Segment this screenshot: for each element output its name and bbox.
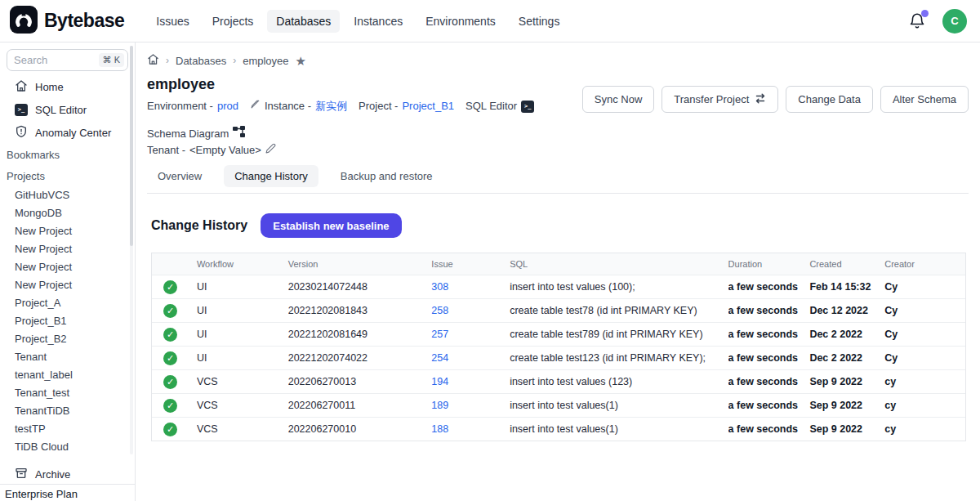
sidebar-section-bookmarks[interactable]: Bookmarks	[0, 144, 135, 165]
schema-diagram-label: Schema Diagram	[147, 126, 229, 142]
tab[interactable]: Overview	[147, 165, 212, 187]
alter-schema-button[interactable]: Alter Schema	[880, 86, 969, 113]
bytebase-logo[interactable]: Bytebase	[10, 6, 124, 37]
sidebar-project-item[interactable]: New Project	[0, 222, 135, 240]
version-cell: 20221202081649	[288, 329, 432, 340]
issue-link[interactable]: 257	[431, 329, 448, 340]
edit-pencil-icon[interactable]	[265, 142, 276, 159]
environment-meta: Environment - prod	[147, 98, 238, 114]
search-box[interactable]: ⌘ K	[7, 49, 128, 71]
sidebar-scrollbar-thumb[interactable]	[130, 46, 133, 246]
table-row[interactable]: ✓ VCS 202206270011 189 insert into test …	[152, 393, 965, 417]
success-check-icon: ✓	[163, 375, 177, 389]
sidebar-project-item[interactable]: tenant_label	[0, 366, 135, 384]
sql-cell: insert into test values(1)	[510, 423, 728, 435]
workflow-column-header: Workflow	[197, 259, 288, 269]
environment-link[interactable]: prod	[217, 98, 238, 114]
shield-icon	[15, 125, 28, 141]
workflow-cell: VCS	[197, 376, 288, 387]
creator-cell: cy	[884, 400, 965, 411]
sidebar-project-item[interactable]: New Project	[0, 258, 135, 276]
sidebar-project-item[interactable]: Project_A	[0, 294, 135, 312]
table-row[interactable]: ✓ UI 20221202074022 254 create table tes…	[152, 346, 965, 369]
breadcrumb-databases[interactable]: Databases	[176, 55, 226, 67]
sidebar-item-archive[interactable]: Archive	[0, 463, 135, 485]
success-check-icon: ✓	[163, 328, 177, 342]
sidebar-project-item[interactable]: New Project	[0, 276, 135, 294]
issue-link[interactable]: 194	[431, 376, 448, 387]
tab[interactable]: Backup and restore	[330, 165, 443, 187]
sql-editor-shortcut[interactable]: SQL Editor >_	[466, 98, 534, 114]
sidebar-project-item[interactable]: MongoDB	[0, 204, 135, 222]
sql-column-header: SQL	[510, 259, 728, 269]
sidebar-item-label: Anomaly Center	[35, 127, 111, 139]
nav-item[interactable]: Environments	[416, 10, 505, 33]
search-input[interactable]	[14, 54, 99, 66]
nav-item[interactable]: Instances	[345, 10, 412, 33]
success-check-icon: ✓	[163, 351, 177, 365]
version-cell: 20221202074022	[288, 352, 432, 364]
version-column-header: Version	[288, 259, 432, 269]
table-row[interactable]: ✓ UI 20230214072448 308 insert into test…	[152, 275, 965, 298]
sidebar-project-item[interactable]: Project_B2	[0, 330, 135, 348]
nav-item[interactable]: Issues	[147, 10, 198, 33]
sidebar-section-projects[interactable]: Projects	[0, 165, 135, 186]
nav-item[interactable]: Settings	[510, 10, 569, 33]
table-row[interactable]: ✓ UI 20221202081843 258 create table tes…	[152, 298, 965, 322]
sidebar-item-home[interactable]: Home	[0, 75, 135, 98]
sidebar-project-item[interactable]: GitHubVCS	[0, 186, 135, 204]
sql-cell: insert into test values (123)	[510, 376, 728, 387]
sidebar-project-item[interactable]: Tenant_test	[0, 384, 135, 402]
database-actions: Sync Now Transfer Project Change Data	[582, 86, 969, 159]
terminal-icon: >_	[521, 101, 534, 113]
sidebar-project-item[interactable]: New Project	[0, 240, 135, 258]
created-cell: Feb 14 15:32	[809, 281, 884, 293]
instance-link[interactable]: 新实例	[315, 98, 347, 114]
version-cell: 202206270013	[288, 376, 432, 387]
establish-baseline-button[interactable]: Establish new baseline	[261, 213, 401, 238]
sidebar-project-item[interactable]: Tenant	[0, 348, 135, 366]
project-link[interactable]: Project_B1	[402, 98, 454, 114]
table-row[interactable]: ✓ VCS 202206270010 188 insert into test …	[152, 417, 965, 441]
schema-diagram-icon	[233, 126, 245, 142]
button-label: Change Data	[798, 93, 861, 105]
environment-label: Environment -	[147, 98, 213, 114]
issue-link[interactable]: 254	[431, 352, 448, 364]
user-avatar[interactable]: C	[942, 9, 967, 34]
issue-link[interactable]: 308	[431, 281, 448, 293]
sql-editor-label: SQL Editor	[466, 98, 517, 114]
sidebar-item-label: Archive	[35, 468, 70, 481]
sidebar: ⌘ K Home >_ SQL Editor	[0, 42, 136, 501]
button-label: Sync Now	[595, 93, 643, 105]
issue-link[interactable]: 189	[431, 400, 448, 411]
table-row[interactable]: ✓ VCS 202206270013 194 insert into test …	[152, 369, 965, 393]
issue-link[interactable]: 258	[431, 305, 448, 316]
table-row[interactable]: ✓ UI 20221202081649 257 create table tes…	[152, 322, 965, 346]
schema-diagram-shortcut[interactable]: Schema Diagram	[147, 126, 245, 142]
breadcrumb-home-icon[interactable]	[147, 53, 159, 68]
tab[interactable]: Change History	[224, 165, 318, 187]
bookmark-star-icon[interactable]: ★	[296, 55, 306, 67]
sidebar-project-item[interactable]: TiDB Cloud	[0, 438, 135, 456]
issue-link[interactable]: 188	[431, 423, 448, 435]
transfer-project-button[interactable]: Transfer Project	[662, 86, 778, 113]
database-tabs: Overview Change History Backup and resto…	[147, 165, 969, 194]
sync-now-button[interactable]: Sync Now	[582, 86, 655, 113]
sidebar-item-anomaly-center[interactable]: Anomaly Center	[0, 121, 135, 144]
creator-cell: Cy	[884, 352, 965, 364]
sidebar-item-sql-editor[interactable]: >_ SQL Editor	[0, 98, 135, 121]
sidebar-project-item[interactable]: Project_B1	[0, 312, 135, 330]
sidebar-scrollbar[interactable]	[130, 46, 133, 454]
nav-item[interactable]: Projects	[203, 10, 263, 33]
breadcrumb-database-name[interactable]: employee	[243, 55, 288, 67]
success-check-icon: ✓	[163, 423, 177, 436]
button-label: Transfer Project	[674, 93, 749, 105]
change-data-button[interactable]: Change Data	[786, 86, 873, 113]
sidebar-project-item[interactable]: testTP	[0, 420, 135, 438]
plan-label: Enterprise Plan	[0, 484, 135, 501]
sql-cell: create table test78 (id int PRIMARY KEY)	[510, 305, 728, 316]
sidebar-project-item[interactable]: TenantTiDB	[0, 402, 135, 420]
swap-arrows-icon	[755, 93, 766, 106]
nav-item[interactable]: Databases	[267, 10, 340, 33]
notifications-bell-icon[interactable]	[908, 11, 928, 31]
